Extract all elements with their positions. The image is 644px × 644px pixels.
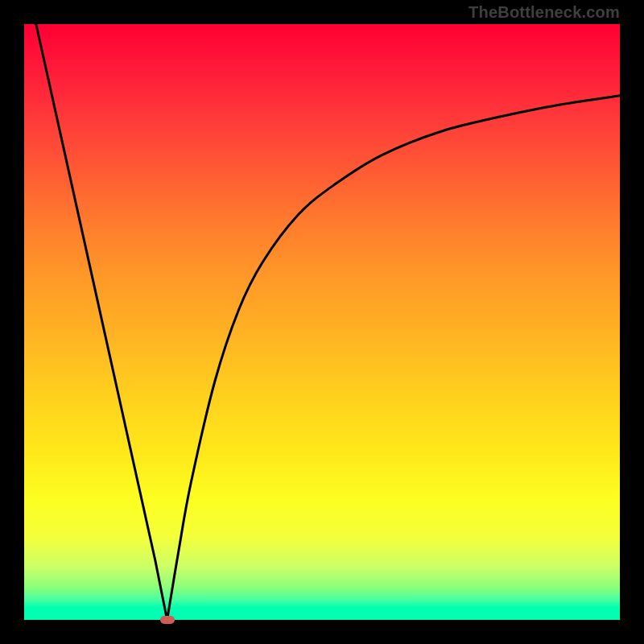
- plot-area: [24, 24, 620, 620]
- attribution-text: TheBottleneck.com: [469, 3, 620, 22]
- optimum-marker: [160, 616, 175, 624]
- bottleneck-curve: [24, 24, 620, 620]
